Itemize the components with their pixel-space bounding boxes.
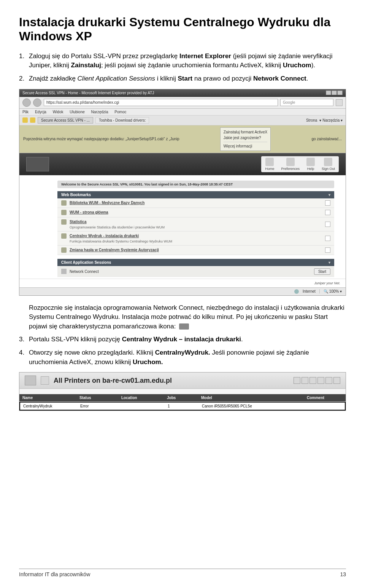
text: ). (311, 62, 315, 69)
col-name[interactable]: Name (19, 396, 76, 400)
logo (26, 157, 49, 171)
text: Znajdź zakładkę (29, 75, 78, 82)
chevron-down-icon[interactable]: ▾ (328, 193, 330, 197)
cell-model: Canon iR5055/iR5065 PCL5e (199, 404, 303, 408)
text: Otworzy się nowe okno przeglądarki. Klik… (29, 349, 155, 356)
address-bar-row: https://ssl.wum.edu.pl/dana/home/index.c… (19, 97, 346, 109)
toolbar-item[interactable]: Strona (306, 118, 317, 122)
window-buttons[interactable] (325, 90, 343, 96)
cas-row: Network Connect Start (57, 266, 334, 277)
col-location[interactable]: Location (118, 396, 164, 400)
search-input[interactable]: Google (280, 99, 333, 106)
favorites-icon[interactable] (22, 117, 28, 123)
toolbar-buttons[interactable] (294, 377, 340, 384)
italic: Client Application Sessions (78, 75, 155, 82)
cell-comment (303, 404, 345, 408)
menu-bar: Plik Edycja Widok Ulubione Narzędzia Pom… (19, 109, 346, 116)
zoom-level[interactable]: 🔍 100% ▾ (319, 289, 342, 293)
forward-button[interactable] (33, 98, 41, 107)
signout-icon[interactable]: Sign Out (322, 158, 335, 171)
text: i kliknij (155, 75, 178, 82)
tab[interactable]: Toshiba - Download drivers: (95, 117, 149, 124)
col-jobs[interactable]: Jobs (164, 396, 198, 400)
cell-name: CentralnyWydruk (20, 404, 77, 408)
bookmark-item[interactable]: WUM - strona główna (57, 208, 334, 217)
expand-icon[interactable] (325, 247, 330, 253)
screenshot-printers: All Printers on ba-re-cw01.am.edu.pl Nam… (19, 372, 346, 411)
col-model[interactable]: Model (198, 396, 304, 400)
add-favorite-icon[interactable] (30, 117, 35, 123)
window-title: Secure Access SSL VPN - Home - Microsoft… (22, 91, 154, 95)
back-button[interactable] (22, 98, 31, 107)
popup-item[interactable]: Jakie jest zagrożenie? (224, 135, 268, 141)
infobar-popup: Zainstaluj formant ActiveX Jakie jest za… (220, 127, 271, 151)
tab-bar: Secure Access SSL VPN - ... Toshiba - Do… (19, 116, 346, 125)
page-footer: Informator IT dla pracowników 13 (19, 569, 346, 577)
popup-item[interactable]: Więcej informacji (224, 142, 268, 149)
menu-item[interactable]: Widok (53, 110, 63, 114)
window-titlebar: Secure Access SSL VPN - Home - Microsoft… (19, 89, 346, 97)
status-bar: Internet 🔍 100% ▾ (19, 287, 346, 295)
cas-label: Network Connect (70, 269, 99, 274)
menu-item[interactable]: Narzędzia (91, 110, 108, 114)
page-title: Instalacja drukarki Systemu Centralnego … (19, 15, 346, 43)
bold: Uruchom (283, 62, 311, 69)
expand-icon[interactable] (325, 210, 330, 215)
welcome-bar: Welcome to the Secure Access SSL VPN, s0… (57, 181, 334, 188)
step-aftertext: Rozpocznie się instalacja oprogramowania… (19, 303, 346, 331)
bookmark-item[interactable]: StatisticaOprogramowanie Statistica dla … (57, 217, 334, 231)
help-icon[interactable]: Help (306, 158, 315, 171)
popup-item[interactable]: Zainstaluj formant ActiveX (224, 129, 268, 135)
step-1: 1. Zaloguj się do Portalu SSL-VPN przez … (19, 52, 346, 70)
address-input[interactable]: https://ssl.wum.edu.pl/dana/home/index.c… (44, 99, 278, 106)
menu-item[interactable]: Pomoc (114, 110, 126, 114)
step-number: 2. (19, 74, 24, 84)
cell-jobs: 1 (165, 404, 199, 408)
text: na prawo od pozycji (192, 75, 253, 82)
text: ; jeśli pojawi się żądanie uruchomienia … (101, 62, 283, 69)
text: Zaloguj się do Portalu SSL-VPN przez prz… (29, 52, 179, 60)
search-icon[interactable] (336, 99, 343, 106)
step-3: 3. Portalu SSL-VPN kliknij pozycję Centr… (19, 335, 346, 344)
bookmark-item[interactable]: Zmiana hasła w Centralnym Systemie Autor… (57, 246, 334, 255)
preferences-icon[interactable]: Preferences (281, 158, 300, 171)
expand-icon[interactable] (325, 222, 330, 227)
home-icon[interactable]: Home (265, 158, 274, 171)
network-connect-tray-icon (179, 323, 189, 330)
bookmark-item[interactable]: Biblioteka WUM - Medyczne Bazy Danych (57, 198, 334, 208)
text: . (306, 75, 308, 82)
printer-icon (25, 376, 36, 385)
chevron-down-icon[interactable]: ▾ (328, 260, 330, 265)
bold: Internet Explorer (179, 52, 231, 60)
tab[interactable]: Secure Access SSL VPN - ... (38, 117, 93, 124)
bookmark-icon (61, 233, 67, 239)
page-header: Home Preferences Help Sign Out (19, 153, 346, 175)
menu-item[interactable]: Ulubione (70, 110, 84, 114)
menu-item[interactable]: Plik (22, 110, 29, 114)
toolbar-item[interactable]: ▾ Narzędzia ▾ (319, 118, 343, 122)
app-icon (61, 269, 67, 274)
infobar-text: Poprzednia witryna może wymagać następuj… (23, 137, 179, 141)
step-2: 2. Znajdź zakładkę Client Application Se… (19, 74, 346, 84)
bold: Zainstaluj (71, 62, 101, 69)
printers-header: All Printers on ba-re-cw01.am.edu.pl (19, 372, 346, 389)
col-comment[interactable]: Comment (304, 396, 346, 400)
section-header-bookmarks: Web Bookmarks▾ (57, 191, 334, 198)
bookmark-icon (61, 210, 67, 215)
menu-item[interactable]: Edycja (35, 110, 46, 114)
expand-icon[interactable] (325, 236, 330, 241)
activex-infobar[interactable]: Poprzednia witryna może wymagać następuj… (19, 125, 346, 153)
bold: CentralnyWydruk. (155, 349, 210, 356)
step-4: 4. Otworzy się nowe okno przeglądarki. K… (19, 348, 346, 367)
footer-page-number: 13 (340, 571, 346, 577)
step-number: 4. (19, 348, 24, 358)
text: Portalu SSL-VPN kliknij pozycję (29, 336, 122, 343)
bold: Start (178, 75, 193, 82)
printer-row[interactable]: CentralnyWydruk Error 1 Canon iR5055/iR5… (19, 402, 346, 410)
bookmark-item[interactable]: Centralny Wydruk - instalacja drukarkiFu… (57, 231, 334, 246)
start-button[interactable]: Start (314, 268, 330, 275)
expand-icon[interactable] (325, 200, 330, 206)
screenshot-ssl-vpn: Secure Access SSL VPN - Home - Microsoft… (19, 89, 346, 296)
col-status[interactable]: Status (76, 396, 118, 400)
step-number: 1. (19, 52, 24, 61)
